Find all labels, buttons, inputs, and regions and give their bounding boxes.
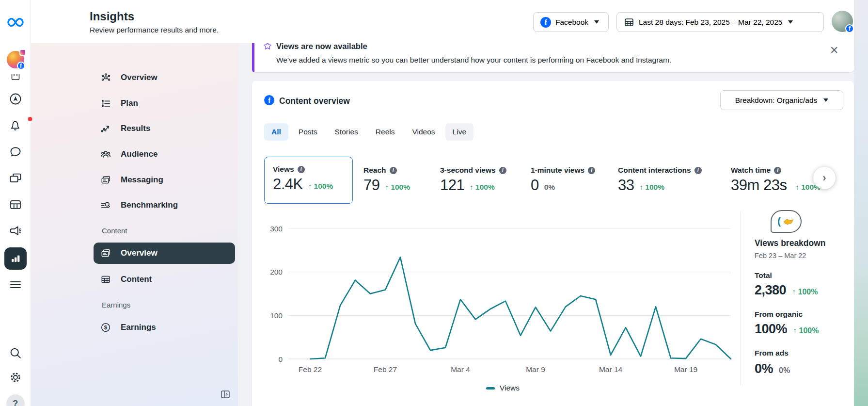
info-icon[interactable]: i (588, 167, 595, 174)
planner-icon[interactable] (9, 198, 22, 211)
svg-text:Mar 4: Mar 4 (451, 365, 470, 374)
platform-selector-button[interactable]: f Facebook (533, 12, 609, 32)
svg-text:$: $ (104, 325, 108, 330)
instagram-badge-icon (19, 49, 26, 56)
svg-text:Feb 22: Feb 22 (299, 365, 322, 374)
collapse-sidebar-icon[interactable] (220, 390, 231, 399)
search-icon[interactable] (9, 346, 22, 360)
platform-selector-label: Facebook (555, 18, 588, 27)
window-edge-gradient (854, 0, 868, 406)
overview-cards-icon (100, 248, 111, 259)
notifications-icon[interactable] (0, 118, 31, 132)
tab-live[interactable]: Live (445, 123, 473, 141)
inbox-icon[interactable] (9, 145, 22, 159)
card-title: Content overview (279, 96, 350, 106)
content-type-tabs: All Posts Stories Reels Videos Live (264, 123, 473, 141)
help-icon[interactable]: ? (6, 394, 25, 406)
metric-reach[interactable]: Reachi 79↑ 100% (363, 157, 410, 204)
top-header: Insights Review performance results and … (0, 0, 854, 43)
tab-videos[interactable]: Videos (405, 123, 442, 141)
overview-network-icon (100, 72, 111, 83)
results-trend-icon (100, 123, 111, 134)
account-avatar[interactable]: f (832, 11, 853, 32)
info-icon[interactable]: i (774, 167, 781, 174)
panel-date-range: Feb 23 – Mar 22 (755, 252, 806, 260)
content-table-icon (100, 274, 111, 285)
close-icon[interactable]: ✕ (830, 45, 838, 56)
legend-dash-icon (486, 387, 495, 390)
briefcase-icon[interactable] (11, 74, 20, 81)
svg-text:200: 200 (270, 268, 283, 276)
content-overview-card: f Content overview Breakdown: Organic/ad… (252, 81, 854, 406)
calendar-icon (624, 17, 634, 28)
sidebar-item-content-content[interactable]: Content (94, 269, 235, 290)
chart-legend: Views (264, 384, 742, 392)
banner-accent-bar (252, 43, 254, 72)
breakdown-selector-label: Breakdown: Organic/ads (735, 96, 818, 105)
panel-title: Views breakdown (755, 238, 826, 248)
sidebar-item-plan[interactable]: Plan (94, 93, 235, 114)
sidebar-item-audience[interactable]: Audience (94, 144, 235, 165)
sidebar-item-content-overview[interactable]: Overview (94, 243, 235, 264)
sidebar-section-earnings: Earnings (102, 301, 130, 309)
tab-stories[interactable]: Stories (328, 123, 365, 141)
main-content: Views are now available We've added a vi… (238, 43, 854, 406)
content-icon[interactable] (9, 172, 22, 185)
info-icon[interactable]: i (390, 167, 397, 174)
svg-text:Mar 14: Mar 14 (599, 365, 623, 374)
metric-1-minute-views[interactable]: 1-minute viewsi 00% (531, 157, 595, 204)
sidebar-section-content: Content (102, 227, 127, 235)
date-range-button[interactable]: Last 28 days: Feb 23, 2025 – Mar 22, 202… (616, 12, 824, 32)
insights-icon[interactable] (4, 247, 27, 270)
breakdown-row-label: From ads (755, 349, 789, 357)
tab-all[interactable]: All (264, 123, 288, 141)
info-icon[interactable]: i (298, 166, 305, 173)
sidebar-item-messaging[interactable]: Messaging (94, 169, 235, 191)
tab-posts[interactable]: Posts (291, 123, 325, 141)
insights-sidebar: Overview Plan Results A (31, 43, 238, 406)
sidebar-item-earnings[interactable]: $ Earnings (94, 317, 235, 338)
svg-text:Feb 27: Feb 27 (374, 365, 397, 374)
svg-text:0: 0 (278, 355, 283, 363)
ads-center-icon[interactable] (9, 92, 22, 106)
tab-reels[interactable]: Reels (368, 123, 402, 141)
breakdown-row-label: From organic (755, 310, 803, 319)
banner-title: Views are now available (276, 43, 367, 51)
chevron-down-icon (823, 98, 828, 102)
date-range-label: Last 28 days: Feb 23, 2025 – Mar 22, 202… (639, 18, 782, 27)
metric-views[interactable]: Viewsi 2.4K↑ 100% (264, 157, 353, 204)
sidebar-item-overview[interactable]: Overview (94, 67, 235, 88)
business-avatar[interactable]: f (7, 51, 24, 68)
svg-text:Mar 9: Mar 9 (526, 365, 545, 374)
svg-text:Mar 19: Mar 19 (674, 365, 697, 374)
info-icon[interactable]: i (694, 167, 702, 174)
views-line-chart[interactable]: 0100200300Feb 22Feb 27Mar 4Mar 9Mar 14Ma… (264, 212, 742, 379)
settings-icon[interactable] (9, 371, 22, 384)
svg-text:300: 300 (270, 225, 283, 233)
svg-text:100: 100 (270, 311, 283, 320)
facebook-logo-icon: f (540, 17, 551, 28)
breakdown-row-value: 100% ↑ 100% (755, 322, 819, 337)
all-tools-icon[interactable] (9, 279, 22, 290)
page-subtitle: Review performance results and more. (90, 26, 219, 34)
chevron-down-icon (788, 20, 793, 24)
audience-people-icon (100, 149, 111, 160)
breakdown-selector-button[interactable]: Breakdown: Organic/ads (720, 90, 843, 110)
legend-label: Views (500, 384, 520, 392)
messaging-cards-icon (100, 175, 111, 185)
views-notice-banner: Views are now available We've added a vi… (252, 43, 854, 72)
next-metrics-button[interactable]: › (813, 167, 836, 189)
metric-content-interactions[interactable]: Content interactionsi 33↑ 100% (618, 157, 702, 204)
facebook-badge-icon: f (845, 24, 854, 33)
facebook-logo-icon: f (264, 95, 274, 105)
benchmarking-icon (100, 200, 111, 211)
breakdown-row-value: 2,380 ↑ 100% (755, 283, 818, 298)
metric-3-second-views[interactable]: 3-second viewsi 121↑ 100% (440, 157, 506, 204)
plan-list-icon (100, 98, 111, 109)
sidebar-item-benchmarking[interactable]: Benchmarking (94, 195, 235, 216)
ads-icon[interactable] (9, 224, 22, 238)
metric-watch-time[interactable]: Watch timei 39m 23s↑ 100% (731, 157, 821, 204)
info-icon[interactable]: i (499, 167, 506, 174)
sidebar-item-results[interactable]: Results (94, 118, 235, 139)
meta-logo[interactable] (6, 16, 25, 29)
